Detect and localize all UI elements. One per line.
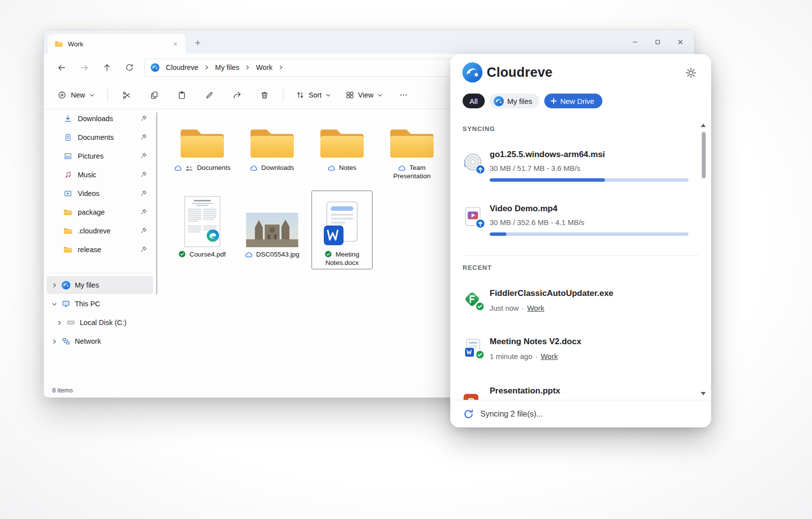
progress-fill	[490, 232, 506, 236]
word-document-icon	[321, 201, 363, 247]
paste-button[interactable]	[170, 86, 193, 104]
folder-tile-documents[interactable]: Documents	[172, 122, 233, 181]
recent-item-presentation[interactable]: Presentation.pptx	[463, 386, 690, 400]
breadcrumb-item-my-files[interactable]: My files	[213, 62, 241, 73]
minimize-button[interactable]	[624, 30, 646, 54]
forward-button[interactable]	[76, 60, 92, 75]
chevron-right-icon	[205, 65, 209, 70]
toolbar-divider	[283, 89, 283, 101]
sidebar-scrollbar[interactable]	[156, 112, 157, 294]
chip-label: My files	[507, 97, 532, 105]
msi-installer-icon	[463, 152, 485, 174]
sidebar-item-label: My files	[75, 281, 99, 289]
file-tile-course4-pdf[interactable]: Course4.pdf	[172, 191, 233, 269]
sidebar-item-cloudreve-folder[interactable]: .cloudreve	[47, 223, 153, 239]
fiddler-exe-icon	[463, 290, 485, 312]
back-button[interactable]	[54, 60, 69, 75]
sort-button[interactable]: Sort	[290, 87, 336, 103]
share-button[interactable]	[225, 86, 249, 104]
rename-button[interactable]	[197, 86, 221, 104]
sidebar-item-documents[interactable]: Documents	[47, 129, 153, 146]
cloud-status-icon	[398, 165, 406, 171]
transfer-detail: 30 MB / 352.6 MB - 4.1 MB/s	[490, 218, 690, 227]
toolbar-divider	[107, 89, 108, 101]
folder-tile-team-presentation[interactable]: Team Presentation	[381, 122, 442, 181]
cloud-status-icon	[250, 165, 257, 171]
more-options-button[interactable]	[392, 86, 415, 104]
sidebar-item-my-files[interactable]: My files	[47, 276, 153, 294]
delete-button[interactable]	[252, 86, 276, 104]
refresh-button[interactable]	[122, 60, 137, 75]
file-name: Presentation.pptx	[490, 386, 690, 396]
sidebar-item-label: Documents	[78, 133, 114, 141]
sync-item-msi[interactable]: go1.25.5.windows-arm64.msi 30 MB / 51.7 …	[463, 150, 690, 194]
tab-work[interactable]: Work	[48, 34, 186, 54]
meta-separator: ·	[522, 304, 524, 312]
close-button[interactable]	[669, 30, 691, 54]
recent-item-fiddler[interactable]: FiddlerClassicAutoUpdater.exe Just now ·…	[463, 289, 690, 316]
transfer-list: SYNCING go1.25.5.windows-arm64.msi 30 MB…	[450, 118, 711, 400]
breadcrumb-item-cloudreve[interactable]: Cloudreve	[164, 62, 200, 73]
folder-tile-downloads[interactable]: Downloads	[242, 122, 303, 181]
location-link[interactable]: Work	[541, 352, 558, 360]
sync-icon	[463, 409, 474, 420]
sidebar-item-videos[interactable]: Videos	[47, 185, 153, 202]
file-tile-dsc05543-jpg[interactable]: DSC05543.jpg	[242, 191, 303, 269]
folder-name: Documents	[197, 164, 230, 171]
file-tile-meeting-notes-docx[interactable]: Meeting Notes.docx	[312, 191, 373, 269]
chip-my-files[interactable]: My files	[490, 94, 539, 108]
recent-item-meeting-notes[interactable]: Meeting Notes V2.docx 1 minute ago · Wor…	[463, 337, 690, 364]
cloudreve-logo-icon	[62, 281, 70, 290]
this-pc-icon	[62, 299, 70, 308]
copy-button[interactable]	[142, 86, 166, 104]
sidebar-item-label: package	[78, 208, 105, 216]
file-name: Video Demo.mp4	[490, 204, 690, 214]
time-ago: 1 minute ago	[490, 352, 532, 360]
sidebar-item-pictures[interactable]: Pictures	[47, 148, 153, 164]
item-count: 8 items	[52, 387, 73, 394]
sidebar-item-release[interactable]: release	[47, 241, 153, 258]
sidebar-item-this-pc[interactable]: This PC	[47, 295, 153, 313]
chevron-right-icon	[52, 283, 57, 288]
sync-item-video[interactable]: Video Demo.mp4 30 MB / 352.6 MB - 4.1 MB…	[463, 204, 690, 248]
panel-scrollbar[interactable]	[702, 132, 706, 178]
folder-icon	[318, 125, 366, 161]
folder-tile-notes[interactable]: Notes	[312, 122, 373, 181]
powerpoint-file-icon	[463, 393, 482, 400]
new-tab-button[interactable]	[190, 36, 205, 49]
folder-tile-label: Downloads	[250, 163, 294, 172]
tab-strip: Work	[44, 30, 694, 54]
new-button[interactable]: New	[52, 87, 100, 103]
scroll-down-icon[interactable]	[701, 392, 706, 395]
cloud-status-icon	[245, 252, 252, 258]
folder-tile-label: Team Presentation	[382, 163, 442, 180]
sidebar-item-network[interactable]: Network	[47, 332, 153, 350]
maximize-button[interactable]	[646, 30, 669, 54]
file-tile-label: Course4.pdf	[179, 250, 225, 259]
plus-circle-icon	[58, 91, 66, 99]
settings-gear-icon[interactable]	[686, 67, 696, 78]
up-button[interactable]	[99, 60, 115, 75]
chevron-down-icon	[90, 94, 94, 97]
folder-icon	[55, 40, 63, 47]
view-button[interactable]: View	[340, 87, 388, 103]
sidebar-item-label: release	[78, 246, 101, 254]
file-name: DSC05543.jpg	[256, 251, 299, 258]
location-link[interactable]: Work	[527, 304, 544, 312]
sidebar-item-local-disk[interactable]: Local Disk (C:)	[47, 314, 153, 331]
chip-all[interactable]: All	[463, 94, 485, 108]
folder-tile-label: Notes	[328, 163, 356, 172]
chevron-down-icon	[377, 94, 382, 97]
scroll-up-icon[interactable]	[701, 124, 706, 127]
sidebar-item-downloads[interactable]: Downloads	[47, 110, 153, 127]
tab-close-icon[interactable]	[170, 38, 181, 49]
sidebar-item-music[interactable]: Music	[47, 166, 153, 183]
cut-button[interactable]	[115, 86, 138, 104]
chip-label: New Drive	[561, 97, 594, 105]
sidebar-item-label: Pictures	[78, 152, 103, 160]
new-drive-button[interactable]: New Drive	[544, 94, 602, 108]
sidebar-item-package[interactable]: package	[47, 204, 153, 221]
breadcrumb-item-work[interactable]: Work	[254, 62, 275, 73]
photo-thumbnail	[246, 213, 298, 247]
navigation-pane: Downloads Documents Pictures Music Video…	[44, 109, 158, 383]
